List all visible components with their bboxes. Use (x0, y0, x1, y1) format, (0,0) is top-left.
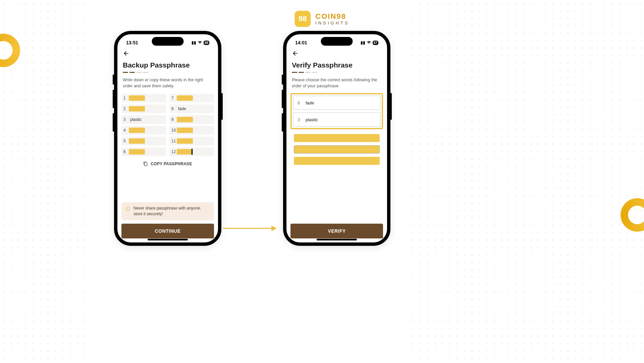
brand-name: COIN98 (315, 13, 349, 20)
status-bar: 14:01 ▮▮ 67 (290, 37, 383, 47)
cellular-icon: ▮▮ (361, 40, 365, 45)
side-button (113, 113, 114, 132)
arrow-left-icon (123, 50, 129, 57)
word-number: 6 (123, 149, 129, 154)
verify-choice[interactable] (294, 134, 380, 142)
passphrase-word-cell: 7 (169, 94, 214, 102)
verify-slot-word: plastic (306, 117, 318, 122)
verify-choice[interactable] (294, 157, 380, 165)
warning-text: Never share passphrase with anyone, stor… (133, 206, 210, 217)
page-subtitle: Please choose the correct words followin… (292, 77, 382, 89)
passphrase-word-cell: 11 (169, 137, 214, 145)
status-time: 14:01 (295, 40, 307, 45)
cellular-icon: ▮▮ (192, 40, 196, 45)
word-number: 9 (171, 117, 177, 122)
passphrase-word-cell: 6 (121, 147, 166, 156)
passphrase-grid: 1728fade3plastic9410511612 (121, 94, 214, 156)
passphrase-word-cell: 3plastic (121, 115, 166, 124)
text-cursor (192, 149, 193, 155)
word-text: plastic (130, 117, 142, 122)
back-button[interactable] (123, 49, 131, 58)
hidden-word-block (177, 128, 193, 133)
hidden-word-block (129, 149, 145, 154)
word-number: 12 (171, 149, 177, 154)
side-button (113, 75, 114, 85)
copy-passphrase-button[interactable]: COPY PASSPHRASE (121, 162, 214, 166)
verify-button[interactable]: VERIFY (290, 224, 383, 238)
status-time: 13:51 (126, 40, 138, 45)
bg-dots-right (409, 0, 644, 363)
word-text: fade (178, 106, 186, 111)
word-number: 5 (123, 139, 129, 143)
hidden-word-block (177, 117, 193, 122)
hidden-word-block (177, 149, 193, 154)
side-button (282, 113, 283, 132)
wifi-icon (198, 40, 202, 45)
passphrase-word-cell: 10 (169, 126, 214, 135)
progress-indicator (123, 72, 213, 73)
page-title: Verify Passphrase (292, 61, 382, 69)
battery-indicator: 67 (373, 41, 378, 45)
progress-indicator (292, 72, 382, 73)
verify-slot-number: 3 (298, 117, 302, 122)
hidden-word-block (129, 106, 145, 111)
verify-slot-word: fade (306, 100, 314, 105)
passphrase-word-cell: 12 (169, 147, 214, 156)
word-number: 11 (171, 139, 177, 143)
phone-verify: 14:01 ▮▮ 67 Verify Passphrase Please cho… (283, 31, 390, 246)
brand-sub: INSIGHTS (315, 21, 349, 25)
wifi-icon (367, 40, 371, 45)
brand-logo: 98 COIN98 INSIGHTS (294, 11, 349, 27)
verify-slot: 3 plastic (293, 112, 380, 127)
side-button (113, 90, 114, 108)
verify-slot: 8 fade (293, 96, 380, 110)
verify-target-box: 8 fade 3 plastic (290, 93, 383, 129)
phone-backup: 13:51 ▮▮ 68 Backup Passphrase Write down… (114, 31, 221, 246)
continue-button[interactable]: CONTINUE (121, 224, 214, 238)
word-number: 7 (171, 96, 177, 100)
passphrase-word-cell: 4 (121, 126, 166, 135)
flow-arrow-icon (223, 224, 277, 232)
svg-marker-1 (271, 226, 277, 231)
side-button (282, 90, 283, 108)
warning-banner: ⓘ Never share passphrase with anyone, st… (121, 202, 214, 220)
gold-ring-left (0, 34, 20, 67)
copy-icon (143, 162, 148, 166)
hidden-word-block (129, 128, 145, 133)
copy-label: COPY PASSPHRASE (151, 162, 192, 166)
word-number: 3 (123, 117, 129, 122)
info-icon: ⓘ (125, 206, 130, 217)
verify-choice[interactable] (294, 145, 380, 153)
side-button (282, 75, 283, 85)
battery-indicator: 68 (204, 41, 209, 45)
hidden-word-block (129, 95, 145, 101)
side-button (390, 93, 392, 120)
passphrase-word-cell: 2 (121, 104, 166, 113)
page-subtitle: Write down or copy these words in the ri… (123, 77, 213, 89)
brand-mark: 98 (294, 11, 311, 27)
word-number: 1 (123, 96, 129, 100)
side-button (221, 93, 223, 120)
word-number: 2 (123, 106, 129, 111)
hidden-word-block (177, 138, 193, 144)
gold-ring-right (621, 198, 644, 232)
passphrase-word-cell: 5 (121, 137, 166, 145)
hidden-word-block (177, 95, 193, 101)
back-button[interactable] (292, 49, 301, 58)
verify-choice-list (290, 129, 383, 165)
status-bar: 13:51 ▮▮ 68 (121, 37, 214, 47)
word-number: 8 (171, 106, 177, 111)
page-title: Backup Passphrase (123, 61, 213, 69)
verify-slot-number: 8 (298, 100, 302, 105)
passphrase-word-cell: 1 (121, 94, 166, 102)
hidden-word-block (129, 138, 145, 144)
word-number: 10 (171, 128, 177, 133)
passphrase-word-cell: 9 (169, 115, 214, 124)
word-number: 4 (123, 128, 129, 133)
arrow-left-icon (292, 50, 299, 57)
passphrase-word-cell: 8fade (169, 104, 214, 113)
